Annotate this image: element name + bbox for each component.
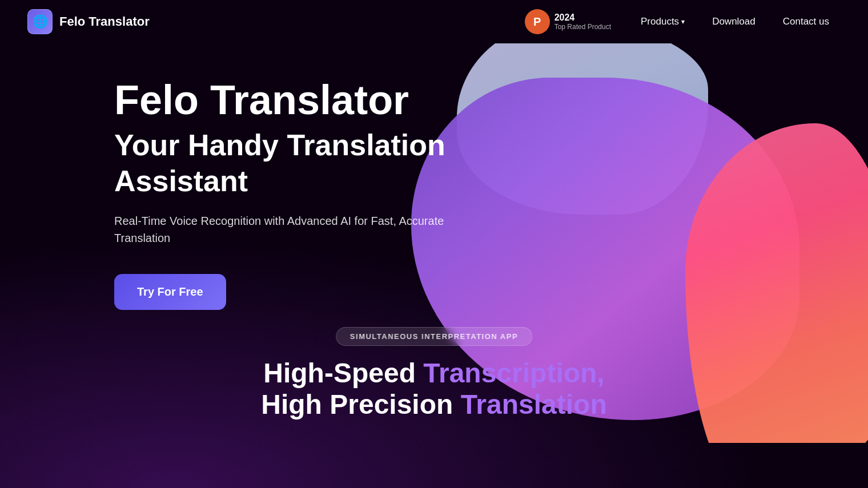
producthunt-icon: P [525, 9, 550, 34]
brand-name: Felo Translator [59, 14, 150, 29]
hero-title-sub: Your Handy Translation Assistant [114, 127, 525, 199]
section-heading-text2: Transcription, [423, 358, 604, 388]
section-tag-pill: SIMULTANEOUS INTERPRETATION APP [336, 327, 532, 346]
navbar: 🌐 Felo Translator P 2024 Top Rated Produ… [0, 0, 868, 43]
brand-logo-group: 🌐 Felo Translator [27, 9, 150, 34]
nav-download[interactable]: Download [701, 9, 767, 34]
nav-contact[interactable]: Contact us [771, 9, 841, 34]
hero-content: Felo Translator Your Handy Translation A… [114, 78, 525, 310]
producthunt-text: 2024 Top Rated Product [554, 12, 611, 31]
section-heading-text4: Translation [461, 389, 607, 420]
app-logo-icon: 🌐 [27, 9, 53, 34]
section-heading: High-Speed Transcription, High Precision… [261, 357, 606, 420]
producthunt-year: 2024 [554, 12, 611, 23]
section-heading-text3: High Precision [261, 389, 460, 420]
try-for-free-button[interactable]: Try For Free [114, 274, 226, 310]
producthunt-label: Top Rated Product [554, 23, 611, 31]
nav-products[interactable]: Products ▾ [629, 9, 696, 34]
hero-title-main: Felo Translator [114, 78, 525, 123]
hero-description: Real-Time Voice Recognition with Advance… [114, 212, 503, 247]
section-tag-area: SIMULTANEOUS INTERPRETATION APP High-Spe… [261, 327, 606, 420]
nav-links: P 2024 Top Rated Product Products ▾ Down… [525, 9, 841, 34]
blob-pink [685, 123, 868, 443]
chevron-down-icon: ▾ [681, 18, 685, 26]
producthunt-badge: P 2024 Top Rated Product [525, 9, 611, 34]
section-heading-text1: High-Speed [263, 358, 423, 388]
